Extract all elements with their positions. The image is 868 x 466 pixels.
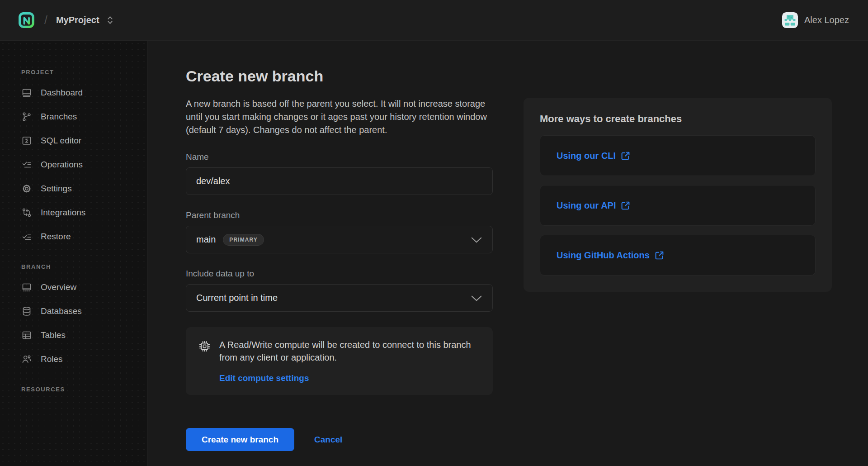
sidebar-item-databases[interactable]: Databases [0, 299, 147, 323]
sidebar-item-label: Tables [41, 330, 66, 340]
top-header: / MyProject [0, 0, 868, 41]
user-name: Alex Lopez [804, 15, 849, 25]
parent-branch-value: main [196, 234, 216, 245]
neon-logo[interactable] [18, 12, 35, 29]
sidebar-item-operations[interactable]: Operations [0, 152, 147, 176]
primary-badge: PRIMARY [223, 234, 264, 246]
include-data-select[interactable]: Current point in time [186, 284, 493, 312]
form-actions: Create new branch Cancel [186, 428, 493, 451]
external-link-icon [655, 251, 664, 260]
using-api-label: Using our API [557, 200, 616, 211]
branch-name-input[interactable] [186, 167, 493, 195]
external-link-icon [621, 151, 630, 161]
sidebar-item-restore[interactable]: Restore [0, 224, 147, 248]
include-data-label: Include data up to [186, 269, 493, 279]
cancel-link[interactable]: Cancel [314, 435, 342, 445]
parent-branch-label: Parent branch [186, 210, 493, 220]
breadcrumb-separator: / [44, 14, 47, 27]
sidebar-section-branch: BRANCH Overview Databases [0, 263, 147, 371]
using-cli-label: Using our CLI [557, 151, 616, 161]
sidebar-section-resources: RESOURCES [0, 386, 147, 404]
aside-column: More ways to create branches Using our C… [524, 98, 832, 466]
gear-icon [21, 183, 32, 194]
chevron-down-icon [471, 237, 482, 243]
database-icon [21, 306, 32, 317]
avatar [782, 12, 798, 28]
header-right: Alex Lopez [782, 12, 849, 28]
sidebar-item-dashboard[interactable]: Dashboard [0, 81, 147, 105]
sidebar-item-branches[interactable]: Branches [0, 105, 147, 128]
external-link-icon [621, 201, 630, 210]
section-label-branch: BRANCH [0, 263, 147, 270]
edit-compute-settings-link[interactable]: Edit compute settings [219, 373, 309, 383]
sidebar-item-label: Overview [41, 282, 76, 292]
sidebar-item-overview[interactable]: Overview [0, 275, 147, 299]
cpu-chip-icon [198, 339, 212, 353]
header-left: / MyProject [18, 12, 114, 29]
using-cli-link[interactable]: Using our CLI [557, 151, 630, 161]
app-body: PROJECT Dashboard [0, 41, 868, 466]
using-api-link[interactable]: Using our API [557, 200, 630, 211]
more-ways-card: More ways to create branches Using our C… [524, 98, 832, 292]
using-github-actions-link[interactable]: Using GitHub Actions [557, 250, 664, 261]
compute-notice-text: A Read/Write compute will be created to … [219, 338, 481, 364]
page-title: Create new branch [186, 67, 493, 86]
sidebar-item-label: Integrations [41, 208, 85, 218]
operations-icon [21, 159, 32, 170]
sidebar-item-roles[interactable]: Roles [0, 347, 147, 371]
create-branch-button[interactable]: Create new branch [186, 428, 294, 451]
sidebar-item-label: Databases [41, 306, 82, 316]
sidebar-item-tables[interactable]: Tables [0, 323, 147, 347]
section-label-project: PROJECT [0, 69, 147, 76]
sidebar-item-settings[interactable]: Settings [0, 176, 147, 200]
create-branch-form: Create new branch A new branch is based … [186, 67, 493, 466]
api-link-card[interactable]: Using our API [540, 185, 816, 226]
page-description: A new branch is based off the parent you… [186, 97, 488, 137]
include-data-value: Current point in time [196, 293, 278, 303]
window-icon [21, 282, 32, 293]
restore-icon [21, 231, 32, 242]
sidebar-item-label: Operations [41, 160, 83, 170]
table-icon [21, 330, 32, 341]
parent-branch-select[interactable]: main PRIMARY [186, 226, 493, 253]
sidebar-item-sql-editor[interactable]: SQL editor [0, 128, 147, 152]
project-name: MyProject [56, 15, 99, 25]
sidebar-item-label: Settings [41, 184, 72, 194]
using-github-actions-label: Using GitHub Actions [557, 250, 650, 261]
sidebar: PROJECT Dashboard [0, 41, 147, 466]
sidebar-item-label: Roles [41, 354, 63, 364]
more-ways-title: More ways to create branches [540, 113, 816, 125]
sidebar-item-label: SQL editor [41, 136, 81, 146]
integrations-icon [21, 207, 32, 218]
sidebar-item-label: Restore [41, 232, 71, 242]
compute-notice-card: A Read/Write compute will be created to … [186, 327, 493, 395]
name-label: Name [186, 152, 493, 162]
section-label-resources: RESOURCES [0, 386, 147, 393]
cli-link-card[interactable]: Using our CLI [540, 135, 816, 176]
user-menu[interactable]: Alex Lopez [782, 12, 849, 28]
git-branch-icon [21, 111, 32, 122]
sidebar-item-label: Branches [41, 112, 77, 122]
unfold-icon [106, 15, 114, 25]
sidebar-section-project: PROJECT Dashboard [0, 69, 147, 248]
project-switcher[interactable]: MyProject [56, 15, 114, 25]
chevron-down-icon [471, 295, 482, 302]
users-icon [21, 354, 32, 365]
compute-notice-body: A Read/Write compute will be created to … [219, 338, 481, 383]
window-icon [21, 87, 32, 98]
github-actions-link-card[interactable]: Using GitHub Actions [540, 235, 816, 276]
main-content: Create new branch A new branch is based … [147, 41, 868, 466]
sidebar-item-integrations[interactable]: Integrations [0, 200, 147, 224]
sql-editor-icon [21, 135, 32, 146]
page: / MyProject [0, 0, 868, 466]
sidebar-item-label: Dashboard [41, 88, 83, 98]
